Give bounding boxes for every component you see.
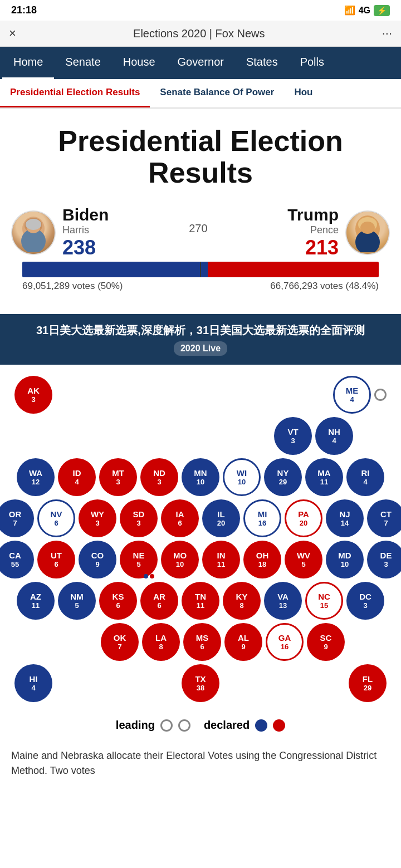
state-MT[interactable]: MT3 <box>99 458 137 496</box>
state-PA[interactable]: PA20 <box>285 499 322 537</box>
state-AR[interactable]: AR6 <box>140 582 178 620</box>
state-FL[interactable]: FL29 <box>349 664 387 702</box>
state-AL[interactable]: AL9 <box>224 623 262 661</box>
state-WV[interactable]: WV5 <box>285 541 322 578</box>
sub-nav-house[interactable]: Hou <box>284 79 322 107</box>
state-ME[interactable]: ME 4 <box>333 376 371 414</box>
ne-dot-red <box>150 574 154 578</box>
state-WI[interactable]: WI10 <box>223 458 261 496</box>
biden-name: Biden <box>62 205 109 224</box>
state-CO[interactable]: CO9 <box>79 541 116 578</box>
svg-point-4 <box>26 219 41 230</box>
state-OR[interactable]: OR7 <box>0 499 34 537</box>
biden-running: Harris <box>62 224 109 236</box>
declared-circle-dem <box>255 719 267 732</box>
state-MD[interactable]: MD10 <box>326 541 364 578</box>
sub-nav-senate[interactable]: Senate Balance Of Power <box>150 79 284 107</box>
svg-point-8 <box>360 222 375 234</box>
state-OH[interactable]: OH18 <box>243 541 281 578</box>
state-SD[interactable]: SD3 <box>120 499 158 537</box>
state-SC[interactable]: SC9 <box>307 623 345 661</box>
state-NE[interactable]: NE5 <box>120 541 158 578</box>
nav-item-governor[interactable]: Governor <box>167 47 235 79</box>
biden-bar <box>22 262 208 277</box>
state-NJ[interactable]: NJ14 <box>326 499 364 537</box>
status-right: 📶 4G ⚡ <box>344 5 390 16</box>
state-IA[interactable]: IA6 <box>161 499 199 537</box>
state-NY[interactable]: NY29 <box>264 458 302 496</box>
state-UT[interactable]: UT6 <box>37 541 75 578</box>
menu-icon[interactable]: ··· <box>382 26 392 41</box>
legend: leading declared <box>0 708 401 743</box>
biden-electoral-votes: 238 <box>62 236 109 259</box>
ne-dot-blue <box>144 574 148 578</box>
leading-circle-rep <box>178 719 190 732</box>
sub-nav-presidential[interactable]: Presidential Election Results <box>0 79 150 107</box>
biden-info: Biden Harris 238 <box>62 205 109 259</box>
state-KY[interactable]: KY8 <box>223 582 261 620</box>
row-6: AZ11 NM5 KS6 AR6 TN11 KY8 VA13 NC15 DC3 <box>17 582 384 620</box>
row-4: OR7 NV6 WY3 SD3 IA6 IL20 MI16 PA20 NJ14 … <box>0 499 401 537</box>
nav-item-house[interactable]: House <box>112 47 167 79</box>
map-section: AK 3 ME 4 VT3 <box>0 370 401 708</box>
states-grid: AK 3 ME 4 VT3 <box>9 376 392 702</box>
nav-item-senate[interactable]: Senate <box>54 47 111 79</box>
state-TX[interactable]: TX38 <box>182 664 219 702</box>
vote-counts: 69,051,289 votes (50%) 66,766,293 votes … <box>22 277 379 295</box>
state-WY[interactable]: WY3 <box>79 499 116 537</box>
state-WA[interactable]: WA12 <box>17 458 55 496</box>
state-ID[interactable]: ID4 <box>58 458 96 496</box>
trump-bar <box>208 262 379 277</box>
state-DE[interactable]: DE3 <box>367 541 401 578</box>
footer-text: Maine and Nebraska allocate their Electo… <box>0 743 401 789</box>
trump-popular-votes: 66,766,293 votes (48.4%) <box>270 281 379 292</box>
state-MN[interactable]: MN10 <box>182 458 219 496</box>
state-DC[interactable]: DC3 <box>346 582 384 620</box>
progress-wrapper <box>22 262 379 277</box>
avatar-biden <box>11 210 56 255</box>
state-AZ[interactable]: AZ11 <box>17 582 55 620</box>
state-CT[interactable]: CT7 <box>367 499 401 537</box>
trump-electoral-votes: 213 <box>287 236 339 259</box>
live-badge: 2020 Live <box>174 341 227 356</box>
banner: 31日美大选最新选票,深度解析，31日美国大选最新选票的全面评测 2020 Li… <box>0 314 401 365</box>
banner-chinese-text: 31日美大选最新选票,深度解析，31日美国大选最新选票的全面评测 <box>11 323 390 338</box>
me-container: ME 4 <box>333 376 387 414</box>
top-states-row: AK 3 ME 4 <box>9 376 392 414</box>
state-HI[interactable]: HI4 <box>14 664 52 702</box>
state-LA[interactable]: LA8 <box>142 623 180 661</box>
close-icon[interactable]: × <box>9 26 16 41</box>
state-GA[interactable]: GA16 <box>266 623 304 661</box>
state-AK[interactable]: AK 3 <box>14 376 52 414</box>
state-IN[interactable]: IN11 <box>202 541 240 578</box>
candidate-biden: Biden Harris 238 <box>11 205 109 259</box>
biden-popular-votes: 69,051,289 votes (50%) <box>22 281 123 292</box>
state-MO[interactable]: MO10 <box>161 541 199 578</box>
state-VA[interactable]: VA13 <box>264 582 302 620</box>
state-NV[interactable]: NV6 <box>37 499 75 537</box>
nav-item-home[interactable]: Home <box>2 47 54 79</box>
candidates-section: Biden Harris 238 270 <box>0 200 401 308</box>
nav-item-polls[interactable]: Polls <box>289 47 335 79</box>
state-MA[interactable]: MA11 <box>305 458 343 496</box>
leading-circle-dem <box>160 719 173 732</box>
nav-item-states[interactable]: States <box>235 47 289 79</box>
state-KS[interactable]: KS6 <box>99 582 137 620</box>
state-MS[interactable]: MS6 <box>183 623 221 661</box>
row-7: OK7 LA8 MS6 AL9 GA16 SC9 <box>56 623 345 661</box>
state-NH[interactable]: NH4 <box>315 417 353 455</box>
state-RI[interactable]: RI4 <box>346 458 384 496</box>
state-ND[interactable]: ND3 <box>140 458 178 496</box>
state-IL[interactable]: IL20 <box>202 499 240 537</box>
state-VT[interactable]: VT3 <box>274 417 312 455</box>
state-TN[interactable]: TN11 <box>182 582 219 620</box>
state-CA[interactable]: CA55 <box>0 541 34 578</box>
state-OK[interactable]: OK7 <box>101 623 139 661</box>
state-MI[interactable]: MI16 <box>243 499 281 537</box>
browser-title: Elections 2020 | Fox News <box>23 27 375 40</box>
state-NC[interactable]: NC15 <box>305 582 343 620</box>
progress-section: 69,051,289 votes (50%) 66,766,293 votes … <box>11 259 390 297</box>
state-NM[interactable]: NM5 <box>58 582 96 620</box>
leading-label: leading <box>116 719 155 732</box>
ne-dots <box>144 574 154 578</box>
